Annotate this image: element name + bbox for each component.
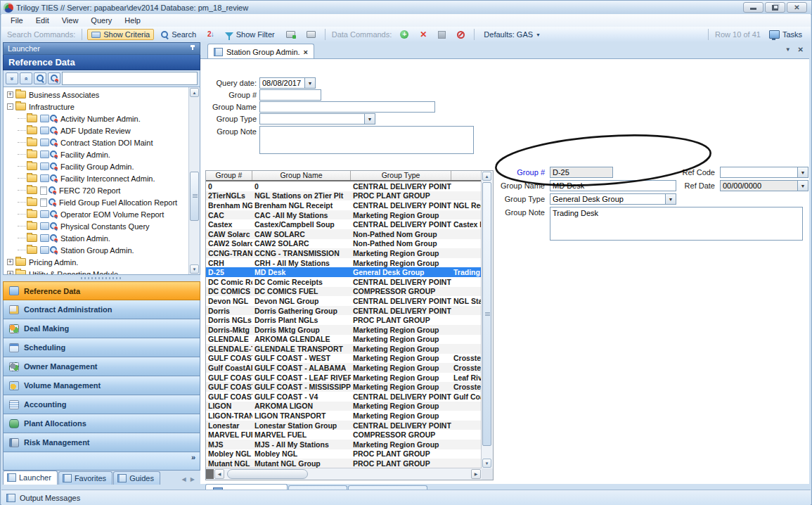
scroll-down-button[interactable]: ▼ (482, 459, 491, 468)
menu-edit[interactable]: Edit (30, 15, 56, 26)
chevron-down-icon[interactable]: ▼ (797, 180, 808, 191)
find-button[interactable] (34, 72, 46, 84)
tree-item-activity-number-admin[interactable]: Activity Number Admin. (4, 113, 189, 124)
save-button[interactable] (434, 30, 450, 40)
scroll-up-button[interactable]: ▲ (190, 88, 199, 97)
title-bar[interactable]: Trilogy TIES // Server: papabear\dev2014… (1, 1, 811, 15)
grid-header[interactable]: Group # Group Name Group Type (206, 171, 482, 181)
table-row[interactable]: GULF COASTL GULF COAST - LEAF RIVER Mark… (206, 373, 482, 383)
table-row[interactable]: Gulf CoastAL GULF COAST - ALABAMA Market… (206, 363, 482, 373)
grid-vertical-scrollbar[interactable]: ▲ ▼ (481, 171, 493, 468)
tree-item-facility-group-admin[interactable]: Facility Group Admin. (4, 160, 189, 172)
tree-item-utility-reporting-module[interactable]: + Utility & Reporting Module (4, 268, 189, 275)
splitter-handle[interactable] (3, 275, 200, 281)
add-record-button[interactable]: + (396, 29, 413, 40)
detail-group-number-field[interactable] (550, 167, 613, 178)
defaults-dropdown[interactable]: Defaults: GAS ▼ (479, 29, 545, 40)
detail-group-type-input[interactable] (550, 193, 665, 205)
detail-group-number-label[interactable]: Group # (515, 168, 545, 177)
module-reference-data[interactable]: Reference Data (3, 281, 200, 300)
table-row[interactable]: Dorris Dorris Gathering Group CENTRAL DE… (206, 306, 482, 316)
pin-icon[interactable] (190, 45, 195, 52)
table-row[interactable]: Brenham NGL Brenham NGL Receipt CENTRAL … (206, 200, 482, 210)
module-contract-administration[interactable]: Contract Administration (3, 300, 200, 319)
chevron-down-icon[interactable]: ▼ (304, 77, 316, 89)
launcher-filter-input[interactable] (62, 72, 198, 85)
group-note-input[interactable] (259, 126, 474, 154)
table-row[interactable]: 2TierNGLs NGL Stations on 2Tier Plt PROC… (206, 191, 482, 201)
menu-help[interactable]: Help (118, 15, 147, 26)
cancel-changes-button[interactable] (453, 30, 469, 40)
launcher-tab-launcher[interactable]: Launcher (3, 471, 58, 485)
table-row[interactable]: GULF COASTN GULF COAST - MISSISSIPPI Mar… (206, 382, 482, 392)
minimize-button[interactable] (743, 2, 763, 13)
tree-item-contract-station-doi-maint[interactable]: Contract Station DOI Maint (4, 136, 189, 148)
chevron-down-icon[interactable]: ▼ (665, 193, 676, 205)
launcher-tab-favorites[interactable]: Favorites (58, 471, 112, 485)
scroll-down-button[interactable]: ▼ (190, 264, 199, 274)
table-row[interactable]: Dorris-Mktg Dorris Mktg Group Marketing … (206, 325, 482, 335)
table-row[interactable]: CRH CRH - All My Stations Marketing Regi… (206, 258, 482, 268)
module-volume-management[interactable]: Volume Management (3, 376, 200, 395)
show-filter-button[interactable]: Show Filter (221, 29, 279, 40)
tree-item-infrastructure[interactable]: - Infrastructure (4, 101, 189, 113)
module-risk-management[interactable]: Risk Management (3, 433, 200, 452)
tab-pager-arrows[interactable]: ◀ ▶ (181, 476, 200, 485)
table-row[interactable]: GLENDALE ARKOMA GLENDALE Marketing Regio… (206, 335, 482, 345)
close-button[interactable]: ✕ (787, 2, 807, 13)
group-type-dropdown[interactable]: ▼ (259, 113, 375, 124)
table-row[interactable]: LIGON-TRAN LIGON TRANSPORT Marketing Reg… (206, 411, 482, 421)
query-date-input[interactable] (259, 77, 304, 89)
group-type-input[interactable] (259, 113, 364, 124)
query-date-picker[interactable]: ▼ (259, 77, 316, 89)
tab-list-dropdown-icon[interactable]: ▼ (785, 46, 791, 53)
table-row[interactable]: CAW2 Solarc CAW2 SOLARC Non-Pathed Nom G… (206, 239, 482, 249)
group-number-input[interactable] (259, 89, 321, 101)
tree-item-ferc-720-report[interactable]: FERC 720 Report (4, 184, 189, 196)
tree-item-adf-update-review[interactable]: ADF Update Review (4, 124, 189, 136)
tree-scrollbar[interactable]: ▲ ▼ (188, 87, 200, 274)
scroll-thumb[interactable] (190, 172, 199, 221)
restore-button[interactable] (765, 2, 785, 13)
tab-close-icon[interactable]: × (304, 48, 308, 56)
ref-date-picker[interactable]: ▼ (720, 180, 808, 191)
menu-query[interactable]: Query (84, 15, 118, 26)
table-row[interactable]: LIGON ARKOMA LIGON Marketing Region Grou… (206, 402, 482, 411)
chevron-down-icon[interactable]: ▼ (797, 167, 808, 178)
sort-button[interactable]: 2↓ (203, 30, 218, 39)
module-scheduling[interactable]: Scheduling (3, 338, 200, 357)
tree-expander-icon[interactable]: + (7, 259, 13, 265)
scroll-right-button[interactable]: ▶ (471, 469, 481, 479)
table-row[interactable]: Devon NGL Devon NGL Group CENTRAL DELIVE… (206, 296, 482, 306)
column-header-group-type[interactable]: Group Type (351, 171, 451, 180)
ref-code-input[interactable] (720, 167, 797, 178)
ref-date-input[interactable] (720, 180, 797, 191)
table-row[interactable]: DC COMICS DC COMICS FUEL COMPRESSOR GROU… (206, 287, 482, 297)
tasks-button[interactable]: Tasks (765, 29, 806, 40)
table-row[interactable]: Castex Castex/Campbell Soup CENTRAL DELI… (206, 219, 482, 229)
table-row[interactable]: MARVEL FUEL MARVEL FUEL COMPRESSOR GROUP (206, 430, 482, 440)
table-row[interactable]: MJS MJS - All My Stations Marketing Regi… (206, 440, 482, 449)
module-owner-management[interactable]: Owner Management (3, 357, 200, 376)
export-button[interactable] (282, 30, 299, 39)
delete-record-button[interactable]: ✕ (415, 29, 431, 40)
grid-horizontal-scrollbar[interactable]: ◀ ▶ (206, 468, 482, 480)
table-row[interactable]: Mobley NGL Mobley NGL PROC PLANT GROUP (206, 449, 482, 459)
table-row[interactable]: GULF COASTV GULF COAST - V4 CENTRAL DELI… (206, 392, 482, 402)
detail-group-name-field[interactable] (550, 180, 676, 191)
scroll-up-button[interactable]: ▲ (482, 172, 491, 181)
tree-expander-icon[interactable]: - (7, 103, 13, 110)
tree-item-station-admin[interactable]: Station Admin. (4, 232, 189, 244)
module-plant-allocations[interactable]: Plant Allocations (3, 414, 200, 433)
tree-item-physical-constants-query[interactable]: Physical Constants Query (4, 220, 189, 232)
group-name-input[interactable] (259, 101, 435, 113)
show-criteria-button[interactable]: Show Criteria (87, 29, 154, 40)
table-row[interactable]: CAC CAC -All My Stations Marketing Regio… (206, 210, 482, 220)
column-header-group-number[interactable]: Group # (206, 171, 252, 180)
table-row[interactable]: DC Comic Rcp DC Comic Receipts CENTRAL D… (206, 277, 482, 287)
detail-group-type-dropdown[interactable]: ▼ (550, 193, 676, 205)
table-row[interactable]: 0 0 CENTRAL DELIVERY POINT (206, 181, 482, 191)
chevron-down-icon[interactable]: ▼ (364, 113, 375, 124)
tree-item-field-group-fuel-allocation-report[interactable]: Field Group Fuel Allocation Report (4, 196, 189, 208)
tabgroup-close-icon[interactable]: ✕ (798, 46, 804, 53)
